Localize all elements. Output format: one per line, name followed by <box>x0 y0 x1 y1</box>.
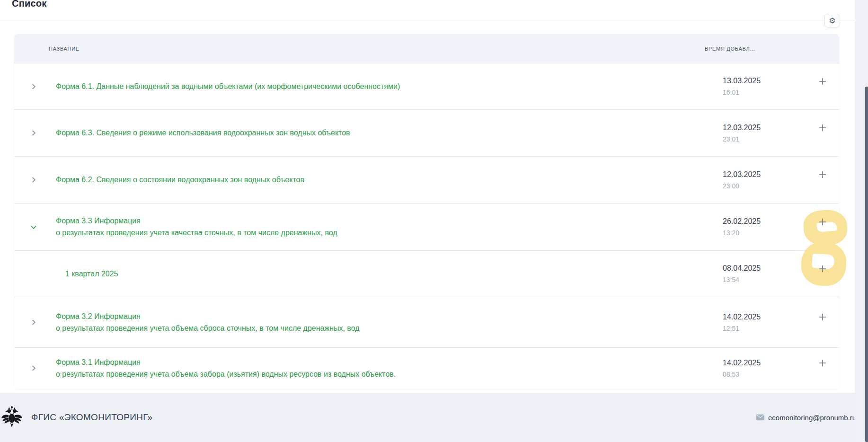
plus-icon <box>818 313 827 321</box>
org-name: ФГИС «ЭКОМОНИТОРИНГ» <box>31 412 152 423</box>
form-title: Форма 3.2 Информация <box>56 311 723 322</box>
date-added: 26.02.2025 <box>723 217 806 226</box>
form-title: Форма 3.1 Информация <box>56 357 723 368</box>
form-subtitle: о результатах проведения учета объема сб… <box>56 323 723 334</box>
add-button[interactable] <box>818 313 827 321</box>
time-added: 08:53 <box>723 371 806 378</box>
add-button[interactable] <box>818 170 827 179</box>
chevron-right-icon <box>30 176 37 184</box>
date-added: 12.03.2025 <box>723 124 806 132</box>
add-button[interactable] <box>818 265 827 273</box>
date-added: 14.02.2025 <box>723 313 806 321</box>
form-title: Форма 3.3 Информация <box>56 215 723 227</box>
time-added: 23:00 <box>723 182 806 190</box>
time-added: 12:51 <box>723 325 806 332</box>
date-added: 08.04.2025 <box>723 264 806 273</box>
table-row[interactable]: 1 квартал 2025 08.04.2025 13:54 <box>14 250 839 297</box>
time-added: 16:01 <box>723 88 806 96</box>
form-link[interactable]: Форма 3.2 Информация о результатах прове… <box>56 311 723 334</box>
form-link[interactable]: Форма 3.1 Информация о результатах прове… <box>56 357 723 380</box>
add-button[interactable] <box>818 124 827 132</box>
column-header-name: НАЗВАНИЕ <box>49 46 80 52</box>
time-added: 13:54 <box>723 276 806 283</box>
add-button[interactable] <box>818 77 827 86</box>
table-settings-button[interactable]: ⚙ <box>824 14 840 27</box>
gear-icon: ⚙ <box>829 17 835 25</box>
form-subtitle: о результатах проведения учета объема за… <box>56 369 723 380</box>
row-expander[interactable] <box>14 318 56 326</box>
form-title: Форма 6.3. Сведения о режиме использован… <box>56 127 723 139</box>
table-row[interactable]: Форма 6.3. Сведения о режиме использован… <box>14 109 839 156</box>
row-expander[interactable] <box>14 223 56 231</box>
table-row[interactable]: Форма 3.1 Информация о результатах прове… <box>14 347 839 389</box>
time-added: 23:01 <box>723 135 806 143</box>
plus-icon <box>818 218 827 226</box>
highlight-annotation <box>803 209 848 246</box>
envelope-icon <box>756 415 764 421</box>
time-added: 13:20 <box>723 229 806 237</box>
chevron-down-icon <box>30 223 37 231</box>
table-row[interactable]: Форма 6.2. Сведения о состоянии водоохра… <box>14 156 839 203</box>
form-title: Форма 6.2. Сведения о состоянии водоохра… <box>56 174 723 186</box>
added-meta: 14.02.2025 08:53 <box>723 359 806 378</box>
plus-icon <box>818 359 827 367</box>
added-meta: 08.04.2025 13:54 <box>723 264 806 283</box>
coat-of-arms-logo <box>1 405 23 430</box>
form-link[interactable]: 1 квартал 2025 <box>65 268 723 280</box>
row-expander[interactable] <box>14 83 56 90</box>
added-meta: 12.03.2025 23:00 <box>723 170 806 190</box>
date-added: 14.02.2025 <box>723 359 806 367</box>
add-button[interactable] <box>818 359 827 367</box>
plus-icon <box>818 124 827 132</box>
date-added: 12.03.2025 <box>723 170 806 179</box>
column-header-time-added: ВРЕМЯ ДОБАВЛ… <box>705 46 755 52</box>
plus-icon <box>818 170 827 179</box>
scrollbar-track[interactable] <box>855 0 868 442</box>
plus-icon <box>818 77 827 86</box>
support-email-link[interactable]: ecomonitoring@pronumb.ru <box>768 414 856 422</box>
form-title: 1 квартал 2025 <box>65 268 723 280</box>
added-meta: 26.02.2025 13:20 <box>723 217 806 237</box>
table-body: Форма 6.1. Данные наблюдений за водными … <box>14 63 839 389</box>
form-link[interactable]: Форма 6.2. Сведения о состоянии водоохра… <box>56 174 723 186</box>
header-divider <box>0 20 855 20</box>
chevron-right-icon <box>30 129 37 137</box>
chevron-right-icon <box>30 83 37 90</box>
form-link[interactable]: Форма 6.3. Сведения о режиме использован… <box>56 127 723 139</box>
table-header-row: НАЗВАНИЕ ВРЕМЯ ДОБАВЛ… <box>14 34 839 63</box>
forms-table: НАЗВАНИЕ ВРЕМЯ ДОБАВЛ… Форма 6.1. Данные… <box>14 34 839 389</box>
chevron-right-icon <box>30 318 37 326</box>
add-button[interactable] <box>818 218 827 226</box>
row-expander[interactable] <box>14 364 56 372</box>
row-expander[interactable] <box>14 129 56 137</box>
scrollbar-thumb[interactable] <box>865 87 868 442</box>
page-title: Список <box>12 0 46 9</box>
table-row[interactable]: Форма 3.2 Информация о результатах прове… <box>14 297 839 347</box>
row-expander[interactable] <box>14 176 56 184</box>
date-added: 13.03.2025 <box>723 77 806 85</box>
chevron-right-icon <box>30 364 37 372</box>
form-title: Форма 6.1. Данные наблюдений за водными … <box>56 81 723 92</box>
added-meta: 13.03.2025 16:01 <box>723 77 806 96</box>
table-row[interactable]: Форма 3.3 Информация о результатах прове… <box>14 203 839 250</box>
added-meta: 14.02.2025 12:51 <box>723 313 806 332</box>
form-subtitle: о результатах проведения учета качества … <box>56 227 723 239</box>
form-link[interactable]: Форма 6.1. Данные наблюдений за водными … <box>56 81 723 92</box>
app-footer: ФГИС «ЭКОМОНИТОРИНГ» ecomonitoring@pronu… <box>0 393 855 442</box>
form-link[interactable]: Форма 3.3 Информация о результатах прове… <box>56 215 723 239</box>
plus-icon <box>818 265 827 273</box>
added-meta: 12.03.2025 23:01 <box>723 124 806 143</box>
table-row[interactable]: Форма 6.1. Данные наблюдений за водными … <box>14 63 839 109</box>
